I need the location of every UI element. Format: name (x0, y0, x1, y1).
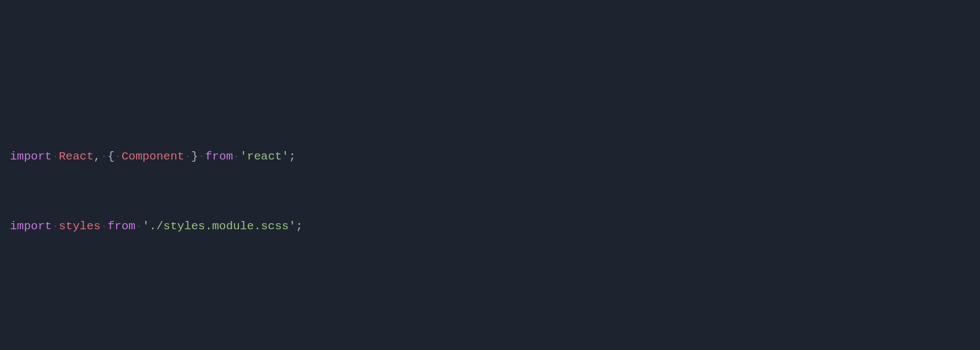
whitespace-dot: · (101, 220, 108, 233)
code-editor[interactable]: import·React,·{·Component·}·from·'react'… (0, 99, 980, 350)
code-line-1[interactable]: import·React,·{·Component·}·from·'react'… (0, 145, 980, 168)
string-literal: './styles.module.scss' (143, 220, 296, 233)
whitespace-dot: · (198, 150, 205, 163)
keyword-from: from (205, 150, 233, 163)
keyword-import: import (10, 220, 52, 233)
identifier: Component (122, 150, 184, 163)
whitespace-dot: · (135, 220, 143, 233)
code-line-2[interactable]: import·styles·from·'./styles.module.scss… (0, 215, 980, 238)
brace: { (107, 150, 114, 163)
identifier: React (59, 150, 93, 163)
keyword-import: import (10, 150, 52, 163)
keyword-from: from (107, 220, 135, 233)
whitespace-dot: · (52, 150, 59, 163)
whitespace-dot: · (184, 150, 191, 163)
identifier: styles (59, 220, 101, 233)
semicolon: ; (296, 220, 303, 233)
whitespace-dot: · (101, 150, 108, 163)
brace: } (191, 150, 199, 163)
comma: , (93, 150, 101, 163)
code-line-3[interactable] (0, 285, 980, 308)
semicolon: ; (289, 150, 296, 163)
string-literal: 'react' (240, 150, 289, 163)
whitespace-dot: · (233, 150, 240, 163)
whitespace-dot: · (52, 220, 59, 233)
whitespace-dot: · (114, 150, 122, 163)
